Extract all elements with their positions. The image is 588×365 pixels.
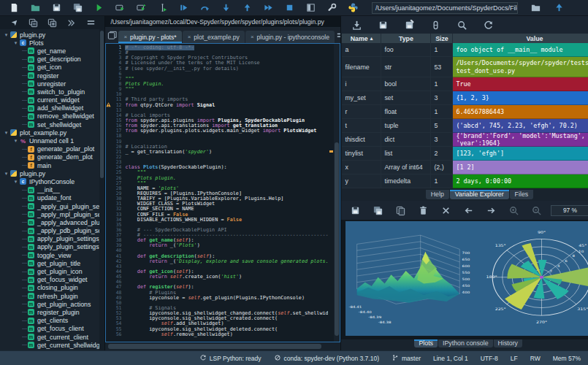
variable-type-cell[interactable]: str xyxy=(381,57,431,77)
close-icon[interactable]: × xyxy=(123,34,127,40)
previous-plot-button[interactable] xyxy=(460,203,476,218)
variable-size-cell[interactable]: 3 xyxy=(431,91,453,105)
variable-name-cell[interactable]: y xyxy=(342,174,381,188)
outline-item-_apply_advanced_plug[interactable]: m_apply_advanced_plug xyxy=(0,218,104,226)
status-line-1-col-1[interactable]: Line 1, Col 1 xyxy=(433,355,468,362)
run-file-button[interactable] xyxy=(89,1,108,15)
variable-name-cell[interactable]: a xyxy=(342,43,381,57)
tab-variable-explorer[interactable]: Variable Explorer xyxy=(450,190,509,199)
outline-item-remove_shellwidget[interactable]: mremove_shellwidget xyxy=(0,112,104,120)
variable-size-cell[interactable]: 1 xyxy=(431,77,453,91)
collapse-section-button[interactable] xyxy=(23,17,42,28)
editor-tab-plugin.py - ipythonconsole[interactable]: ×plugin.py - ipythonconsole xyxy=(245,31,335,43)
code-editor[interactable]: 1# -*- coding: utf-8 -*-2#3# Copyright ©… xyxy=(105,43,340,342)
outline-item-plugin.py[interactable]: ▾plugin.py xyxy=(0,169,104,177)
outline-item-update_font[interactable]: mupdate_font xyxy=(0,194,104,202)
variable-type-cell[interactable]: Array of int64 xyxy=(381,161,431,174)
variable-value-cell[interactable]: 6.46567886443 xyxy=(453,105,588,119)
variable-name-cell[interactable]: x xyxy=(342,161,381,174)
column-header-size[interactable]: Size xyxy=(431,34,453,43)
variable-size-cell[interactable]: (2,) xyxy=(431,161,453,174)
outline-item-set_shellwidget[interactable]: mset_shellwidget xyxy=(0,120,104,128)
run-selection-button[interactable] xyxy=(153,1,172,15)
variable-name-cell[interactable]: my_set xyxy=(342,91,381,105)
outline-item-get_plugin_icon[interactable]: mget_plugin_icon xyxy=(0,267,104,275)
variable-size-cell[interactable]: 53 xyxy=(431,57,453,77)
variable-name-cell[interactable]: i xyxy=(342,77,381,91)
close-icon[interactable]: × xyxy=(188,34,191,40)
editor-vertical-scrollbar[interactable] xyxy=(334,44,340,342)
outline-scrollbar[interactable] xyxy=(99,29,104,350)
go-to-parent-directory-button[interactable] xyxy=(549,1,568,15)
status-lsp-python-ready[interactable]: LSP Python: ready xyxy=(199,354,261,363)
expand-section-button[interactable] xyxy=(42,17,61,28)
close-icon[interactable]: × xyxy=(251,34,254,40)
outline-item-get_icon[interactable]: mget_icon xyxy=(0,64,104,72)
variable-size-cell[interactable]: 1 xyxy=(431,105,453,119)
variable-type-cell[interactable]: tuple xyxy=(381,119,431,133)
status-master[interactable]: master xyxy=(392,354,421,363)
column-header-type[interactable]: Type xyxy=(381,34,431,43)
outline-item-register[interactable]: mregister xyxy=(0,72,104,80)
warning-flag-marker[interactable] xyxy=(329,150,333,153)
tab-history[interactable]: History xyxy=(494,339,522,347)
outline-item-Unnamed cell 1[interactable]: ▾%Unnamed cell 1 xyxy=(0,137,104,145)
variable-size-cell[interactable]: 2 xyxy=(431,147,453,161)
tab-ipython-console[interactable]: IPython console xyxy=(438,339,493,347)
outline-item-_apply_gui_plugin_sett[interactable]: m_apply_gui_plugin_sett xyxy=(0,202,104,210)
status-mem-57-[interactable]: Mem 57% xyxy=(553,355,581,362)
editor-tab-plugin.py - plots*[interactable]: ×plugin.py - plots* xyxy=(118,31,181,43)
variable-type-cell[interactable]: float xyxy=(381,105,431,119)
editor-tab-plot_example.py[interactable]: ×plot_example.py xyxy=(183,31,245,43)
variable-type-cell[interactable]: timedelta xyxy=(381,174,431,188)
search-variables-button[interactable] xyxy=(452,18,471,32)
outline-item-add_shellwidget[interactable]: madd_shellwidget xyxy=(0,104,104,112)
open-file-button[interactable] xyxy=(26,1,45,15)
tab-help[interactable]: Help xyxy=(426,190,449,199)
outline-item-get_clients[interactable]: mget_clients xyxy=(0,317,104,325)
variable-value-cell[interactable]: True xyxy=(453,77,588,91)
tab-plots[interactable]: Plots xyxy=(414,339,438,347)
outline-item-get_current_client[interactable]: mget_current_client xyxy=(0,333,104,341)
next-plot-button[interactable] xyxy=(483,203,499,218)
options-menu-button[interactable] xyxy=(81,17,100,28)
variable-name-cell[interactable]: r xyxy=(342,105,381,119)
zoom-level-spinbox[interactable]: 97 % xyxy=(551,205,588,216)
status-lf[interactable]: LF xyxy=(511,355,518,362)
copy-plot-button[interactable] xyxy=(392,203,408,218)
outline-item-closing_plugin[interactable]: mclosing_plugin xyxy=(0,284,104,292)
variable-name-cell[interactable]: thisdict xyxy=(342,133,381,147)
remove-all-plots-button[interactable] xyxy=(438,203,454,218)
outline-item-get_plugin_actions[interactable]: mget_plugin_actions xyxy=(0,300,104,308)
outline-item-apply_plugin_settings[interactable]: mapply_plugin_settings xyxy=(0,243,104,251)
step-return-button[interactable] xyxy=(237,1,256,15)
zoom-in-button[interactable] xyxy=(505,203,522,218)
column-header-value[interactable]: Value xyxy=(453,34,588,43)
run-cell-advance-button[interactable] xyxy=(131,1,150,15)
continue-execution-button[interactable] xyxy=(259,1,278,15)
step-into-button[interactable] xyxy=(216,1,235,15)
variable-size-cell[interactable]: 3 xyxy=(431,133,453,147)
chevron-down-icon[interactable]: ▾ xyxy=(12,179,19,185)
outline-item-__init__[interactable]: m__init__ xyxy=(0,186,104,194)
debug-file-button[interactable] xyxy=(174,1,193,15)
variable-type-cell[interactable]: dict xyxy=(381,133,431,147)
step-over-button[interactable] xyxy=(195,1,214,15)
outline-item-register_plugin[interactable]: mregister_plugin xyxy=(0,308,104,316)
variable-name-cell[interactable]: tinylist xyxy=(342,147,381,161)
outline-item-unregister[interactable]: munregister xyxy=(0,80,104,88)
save-all-button[interactable] xyxy=(68,1,87,15)
tab-files[interactable]: Files xyxy=(510,190,534,199)
save-file-button[interactable] xyxy=(47,1,66,15)
stop-debug-button[interactable] xyxy=(280,1,299,15)
maximize-pane-button[interactable] xyxy=(301,1,320,15)
outline-item-toggle_view[interactable]: mtoggle_view xyxy=(0,251,104,259)
browse-working-directory-button[interactable] xyxy=(526,1,545,15)
chevron-down-icon[interactable]: ▾ xyxy=(3,32,9,38)
browse-tabs-button[interactable] xyxy=(107,28,118,43)
variable-size-cell[interactable]: 1 xyxy=(431,43,453,57)
go-to-cursor-button[interactable] xyxy=(4,17,23,28)
outline-item-switch_to_plugin[interactable]: mswitch_to_plugin xyxy=(0,88,104,96)
variable-value-cell[interactable]: foo object of __main__ module xyxy=(453,43,588,57)
save-all-plots-button[interactable] xyxy=(370,203,386,218)
